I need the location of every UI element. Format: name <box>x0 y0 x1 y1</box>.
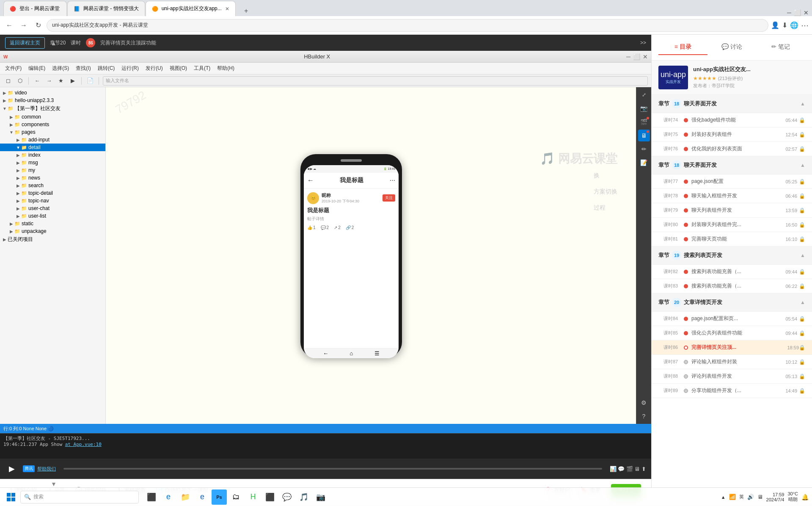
tree-item-detail[interactable]: ▼📁 detail <box>0 144 105 151</box>
lesson-78[interactable]: 课时78 聊天输入框组件开发 06:46 🔒 <box>652 189 812 203</box>
expand-btn[interactable]: >> <box>640 40 646 46</box>
address-bar[interactable]: uni-app实战社区交友app开发 - 网易云课堂 <box>47 19 768 32</box>
browser-maximize[interactable]: ⬜ <box>794 9 801 16</box>
tree-item-topic-nav[interactable]: ▶📁 topic-nav <box>0 197 105 205</box>
toolbar-run[interactable]: ▶ <box>68 76 77 86</box>
lesson-75[interactable]: 课时75 封装好友列表组件 12:54 🔒 <box>652 127 812 142</box>
tab-contents[interactable]: ≡ 目录 <box>658 40 707 55</box>
weather-widget[interactable]: 30°C 晴朗 <box>787 491 798 503</box>
lesson-87[interactable]: 课时87 评论输入框组件封装 10:12 🔒 <box>652 355 812 369</box>
phone-more-btn[interactable]: ··· <box>390 177 395 184</box>
taskbar-app-folder2[interactable]: 🗂 <box>228 489 244 505</box>
tool-expand[interactable]: ⤢ <box>638 89 650 101</box>
nav-icon-globe[interactable]: 🌐 <box>790 21 798 29</box>
tree-item-user-chat[interactable]: ▶📁 user-chat <box>0 205 105 212</box>
back-nav-btn[interactable]: ← <box>3 19 15 31</box>
chapter-header-20[interactable]: 章节 20 文章详情页开发 ▲ <box>652 293 812 312</box>
tool-help[interactable]: ? <box>638 410 650 422</box>
file-search-input[interactable]: 输入文件名 <box>103 76 648 86</box>
phone-back-btn[interactable]: ← <box>307 177 314 184</box>
lesson-81[interactable]: 课时81 完善聊天页功能 16:10 🔒 <box>652 232 812 246</box>
nav-icon-profile[interactable]: 👤 <box>771 21 779 29</box>
tree-item-my[interactable]: ▶📁 my <box>0 166 105 174</box>
toolbar-open[interactable]: ⬡ <box>15 76 25 86</box>
lesson-79[interactable]: 课时79 聊天列表组件开发 13:59 🔒 <box>652 203 812 218</box>
lesson-77[interactable]: 课时77 page.json配置 05:25 🔒 <box>652 174 812 189</box>
like-action[interactable]: 👍 1 <box>307 225 316 230</box>
hbuilder-close-btn[interactable]: ✕ <box>643 53 648 60</box>
menu-file[interactable]: 文件(F) <box>2 64 25 73</box>
lesson-88[interactable]: 课时88 评论列表组件开发 05:13 🔒 <box>652 369 812 384</box>
tool-note[interactable]: 📝 <box>638 157 650 169</box>
tree-item-msg[interactable]: ▶📁 msg <box>0 159 105 166</box>
tree-item-index[interactable]: ▶📁 index <box>0 151 105 159</box>
toolbar-forward[interactable]: → <box>44 76 54 86</box>
tab-discussion[interactable]: 💬 讨论 <box>707 40 757 55</box>
taskbar-app-ie[interactable]: e <box>195 489 210 505</box>
link-action[interactable]: 🔗 2 <box>346 225 354 230</box>
tree-item-closed[interactable]: ▶ 已关闭项目 <box>0 235 105 244</box>
tree-item-video[interactable]: ▶📁 video <box>0 89 105 97</box>
tool-screen[interactable]: 🖥 <box>638 130 650 141</box>
notification-btn[interactable]: 🔔 <box>801 494 809 500</box>
lesson-74[interactable]: 课时74 强化badge组件功能 05:44 🔒 <box>652 113 812 127</box>
tool-settings[interactable]: ⚙ <box>638 397 650 409</box>
tree-item-season1[interactable]: ▼📁 【第一季】社区交友 <box>0 104 105 113</box>
tree-item-components[interactable]: ▶📁 components <box>0 121 105 128</box>
taskbar-app-camera[interactable]: 📷 <box>313 489 328 505</box>
reload-btn[interactable]: ↻ <box>32 19 44 31</box>
toolbar-new[interactable]: ◻ <box>3 76 13 86</box>
menu-edit[interactable]: 编辑(E) <box>25 64 49 73</box>
menu-find[interactable]: 查找(I) <box>72 64 94 73</box>
system-tray[interactable]: 🖥 <box>757 494 763 500</box>
lesson-85[interactable]: 课时85 强化公共列表组件功能 09:44 🔒 <box>652 326 812 340</box>
tree-item-topic-detail[interactable]: ▶📁 topic-detail <box>0 189 105 197</box>
lesson-83[interactable]: 课时83 搜索列表功能充善（... 06:22 🔒 <box>652 279 812 293</box>
comment-action[interactable]: 💬 2 <box>321 225 329 230</box>
menu-tools[interactable]: 工具(T) <box>190 64 214 73</box>
menu-jump[interactable]: 跳转(C) <box>94 64 118 73</box>
phone-app-hw[interactable]: ☰ <box>374 350 380 357</box>
hbuilder-minimize-btn[interactable]: ─ <box>626 53 630 60</box>
forward-nav-btn[interactable]: → <box>18 19 30 31</box>
menu-publish[interactable]: 发行(U) <box>142 64 166 73</box>
lesson-76[interactable]: 课时76 优化我的好友列表页面 02:57 🔒 <box>652 142 812 156</box>
lesson-86[interactable]: 课时86 完善详情页关注顶... 18:59 🔒 <box>652 340 812 355</box>
tool-record[interactable]: 🎬 <box>638 116 650 128</box>
lesson-84[interactable]: 课时84 page.json配置和页... 05:54 🔒 <box>652 312 812 326</box>
share-action[interactable]: ↗ 2 <box>334 225 341 230</box>
tree-item-common[interactable]: ▶📁 common <box>0 113 105 121</box>
lesson-82[interactable]: 课时82 搜索列表功能充善（... 09:44 🔒 <box>652 265 812 279</box>
chapter-header-18b[interactable]: 章节 18 聊天界面开发 ▲ <box>652 156 812 174</box>
lang-indicator[interactable]: 英 <box>739 494 744 500</box>
browser-minimize[interactable]: ─ <box>787 9 791 16</box>
phone-home-hw[interactable]: ⌂ <box>350 350 353 357</box>
taskbar-clock[interactable]: 17:59 2024/7/4 <box>766 492 784 502</box>
chapter-header-19[interactable]: 章节 19 搜索列表页开发 ▲ <box>652 246 812 265</box>
tab-notes[interactable]: ✏ 笔记 <box>756 40 805 55</box>
console-link[interactable]: at App.vue:10 <box>65 442 102 447</box>
new-tab-btn[interactable]: + <box>241 6 251 16</box>
taskbar-app-hbuilder[interactable]: H <box>245 489 261 505</box>
tool-pencil[interactable]: ✏ <box>638 143 650 155</box>
taskbar-app-netease[interactable]: 🎵 <box>296 489 311 505</box>
nav-icon-more[interactable]: ⋯ <box>801 21 809 30</box>
qq-link[interactable]: 帮助我们 <box>37 466 56 472</box>
menu-help[interactable]: 帮助(H) <box>214 64 238 73</box>
nav-icon-downloads[interactable]: ⬇ <box>782 21 787 29</box>
video-progress-bar[interactable] <box>63 468 602 470</box>
hbuilder-restore-btn[interactable]: ⬜ <box>633 53 640 60</box>
taskbar-up-arrow[interactable]: ▲ <box>721 495 726 500</box>
lesson-80[interactable]: 课时80 封装聊天列表组件完... 16:50 🔒 <box>652 218 812 232</box>
tab-2[interactable]: 📘 网易云课堂 - 悄悄变强大 <box>67 1 145 16</box>
taskbar-app-vs[interactable]: ⬛ <box>262 489 278 505</box>
browser-close[interactable]: ✕ <box>804 9 809 16</box>
tree-item-search[interactable]: ▶📁 search <box>0 182 105 189</box>
tree-item-user-list[interactable]: ▶📁 user-list <box>0 212 105 220</box>
taskbar-app-task[interactable]: ⬛ <box>144 489 159 505</box>
lesson-89[interactable]: 课时89 分享功能组件开发（... 14:49 🔒 <box>652 384 812 398</box>
tab-close-btn[interactable]: ✕ <box>225 6 229 12</box>
toolbar-favorite[interactable]: ★ <box>56 76 66 86</box>
start-btn[interactable] <box>3 489 19 505</box>
follow-btn[interactable]: 关注 <box>383 194 395 202</box>
